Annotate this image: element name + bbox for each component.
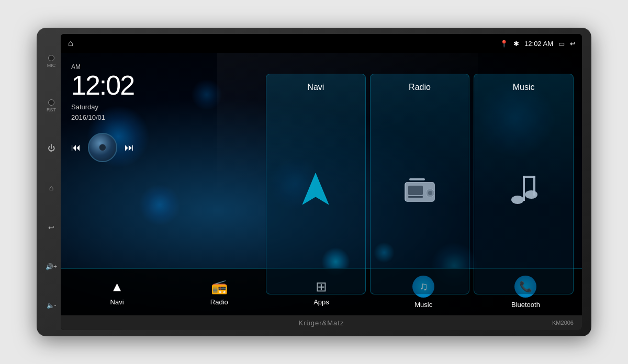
- radio-tile[interactable]: Radio: [370, 74, 470, 294]
- bluetooth-status-icon: ✱: [513, 40, 519, 48]
- car-stereo-unit: MIC RST ⏻ ⌂ ↩ 🔊+ 🔈- ⌂ 📍 ✱ 12:02 AM ▭ ↩: [37, 28, 591, 336]
- navi-tile-label: Navi: [307, 83, 324, 92]
- app-tiles-area: Navi Radio: [257, 53, 582, 315]
- svg-rect-6: [408, 196, 423, 198]
- music-tile-label: Music: [513, 83, 535, 92]
- radio-taskbar-label: Radio: [210, 298, 228, 306]
- media-controls: ⏮ ⏭: [71, 133, 171, 162]
- svg-marker-0: [302, 173, 329, 204]
- volume-down-button[interactable]: 🔈-: [47, 302, 57, 309]
- home-button[interactable]: ⌂: [49, 184, 53, 192]
- svg-rect-9: [523, 176, 525, 201]
- rewind-button[interactable]: ⏮: [71, 142, 81, 153]
- taskbar-radio[interactable]: 📻 Radio: [168, 279, 270, 306]
- music-tile[interactable]: Music: [474, 74, 574, 294]
- navi-tile[interactable]: Navi: [266, 74, 366, 294]
- brand-bar: Krüger&Matz KM2006: [61, 315, 582, 330]
- mic-button: MIC: [47, 55, 56, 68]
- clock-am-pm: AM: [71, 63, 171, 71]
- svg-rect-5: [409, 178, 425, 180]
- back-button[interactable]: ↩: [48, 223, 54, 232]
- power-button[interactable]: ⏻: [48, 144, 55, 152]
- status-bar: ⌂ 📍 ✱ 12:02 AM ▭ ↩: [61, 34, 582, 53]
- navi-tile-icon: [300, 92, 331, 286]
- model-number: KM2006: [552, 320, 574, 326]
- location-icon: 📍: [500, 40, 508, 48]
- main-content-area: AM 12:02 Saturday 2016/10/01 ⏮ ⏭ Navi: [61, 53, 582, 315]
- radio-taskbar-icon: 📻: [211, 279, 228, 295]
- volume-up-button[interactable]: 🔊+: [46, 263, 57, 270]
- clock-display: 12:02 AM: [524, 40, 553, 48]
- radio-tile-icon: [401, 92, 439, 286]
- svg-rect-11: [533, 176, 535, 196]
- svg-point-8: [525, 190, 537, 199]
- clock-date: Saturday 2016/10/01: [71, 102, 171, 122]
- music-tile-icon: [508, 92, 540, 286]
- rst-button: RST: [47, 99, 56, 112]
- side-button-panel: MIC RST ⏻ ⌂ ↩ 🔊+ 🔈-: [42, 34, 61, 330]
- media-disc[interactable]: [88, 133, 117, 162]
- radio-tile-label: Radio: [409, 83, 431, 92]
- brand-name: Krüger&Matz: [299, 319, 344, 327]
- fast-forward-button[interactable]: ⏭: [125, 142, 134, 153]
- clock-panel: AM 12:02 Saturday 2016/10/01 ⏮ ⏭: [61, 53, 181, 315]
- svg-rect-2: [408, 186, 423, 195]
- back-status-icon[interactable]: ↩: [570, 40, 576, 48]
- clock-time: 12:02: [71, 72, 171, 99]
- display-screen: ⌂ 📍 ✱ 12:02 AM ▭ ↩: [61, 34, 582, 330]
- window-icon: ▭: [558, 40, 565, 48]
- svg-point-7: [511, 196, 524, 204]
- svg-point-4: [428, 191, 432, 195]
- home-status-icon[interactable]: ⌂: [68, 39, 73, 48]
